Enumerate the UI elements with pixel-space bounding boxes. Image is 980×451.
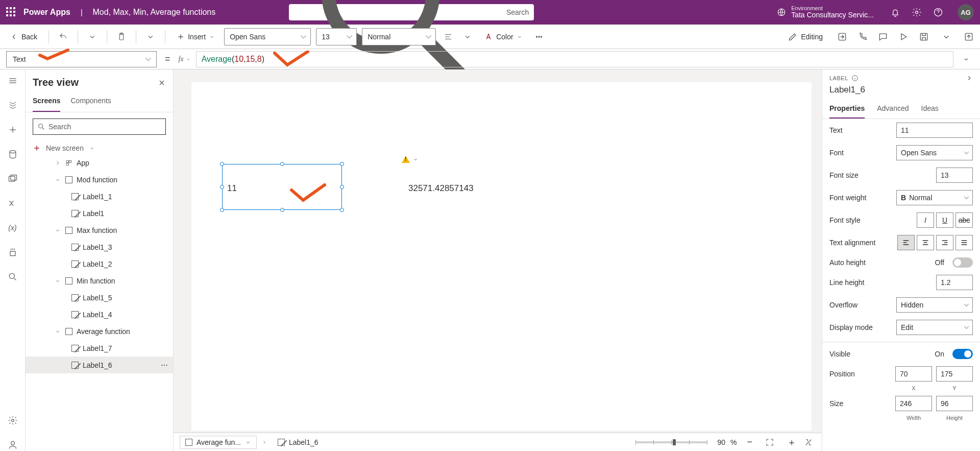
formula-expand[interactable] [959,56,974,63]
more-options[interactable] [532,30,546,44]
align-left-button[interactable] [897,235,915,250]
more-icon[interactable]: ⋯ [161,361,168,369]
tab-components[interactable]: Components [70,91,111,112]
selected-control[interactable] [222,164,342,210]
zoom-slider[interactable] [635,441,707,443]
tab-ideas[interactable]: Ideas [921,100,939,118]
font-size-input[interactable]: 13 [316,28,357,45]
fit-to-window[interactable] [763,435,777,449]
info-icon[interactable] [851,75,859,82]
prop-font-select[interactable]: Open Sans [896,145,973,160]
prop-lineheight-input[interactable]: 1.2 [936,275,973,290]
tree-node-label[interactable]: Label1_1 [26,188,173,205]
resize-handle[interactable] [340,162,344,166]
prop-x-input[interactable]: 70 [895,366,932,382]
property-select[interactable]: Text [6,51,157,67]
strike-button[interactable]: abc [955,212,973,228]
prop-overflow-select[interactable]: Hidden [896,297,973,313]
breadcrumb-screen[interactable]: Average fun... [180,436,257,449]
rail-insert[interactable] [7,124,19,136]
tab-properties[interactable]: Properties [829,100,865,118]
prop-fontsize-input[interactable]: 13 [936,168,973,183]
control-warning[interactable] [402,156,419,163]
publish-icon[interactable] [964,32,974,42]
search-input[interactable]: Search [289,4,534,20]
tree-node-label[interactable]: Label1_5 [26,289,173,306]
resize-handle[interactable] [280,162,284,166]
back-button[interactable]: Back [6,31,41,43]
prop-visible-toggle[interactable] [952,349,973,359]
tree-node-avg[interactable]: Average function [26,323,173,340]
tree-node-label[interactable]: Label1_7 [26,340,173,357]
zoom-in[interactable]: ＋ [787,436,796,448]
rail-media[interactable] [7,173,19,185]
font-family-select[interactable]: Open Sans [224,28,311,45]
tree-node-label[interactable]: Label1_3 [26,239,173,255]
save-dropdown[interactable] [939,30,953,44]
save-icon[interactable] [919,32,929,42]
tree-node-label[interactable]: Label1_2 [26,255,173,272]
resize-handle[interactable] [220,185,224,189]
app-launcher-icon[interactable] [6,7,16,17]
canvas-label-1[interactable]: 11 [227,183,237,194]
call-icon[interactable] [857,32,868,42]
rail-flows[interactable] [7,197,19,209]
breadcrumb-control[interactable]: Label1_6 [272,436,324,449]
tab-advanced[interactable]: Advanced [877,100,909,118]
rail-search[interactable] [7,271,19,283]
resize-handle[interactable] [340,208,344,212]
rail-ask[interactable] [7,439,19,451]
tree-node-app[interactable]: App [26,154,173,171]
resize-handle[interactable] [220,208,224,212]
rail-hamburger[interactable] [7,75,19,87]
prop-displaymode-select[interactable]: Edit [896,320,973,335]
zoom-out[interactable]: − [747,437,752,447]
rail-settings[interactable] [7,414,19,426]
underline-button[interactable]: U [936,212,953,228]
fx-button[interactable]: fx [179,55,191,63]
font-weight-select[interactable]: Normal [362,28,436,45]
canvas[interactable]: 11 32571.42857143 Average fun... Label1_… [174,69,822,451]
align-button[interactable] [441,30,455,44]
prop-autoheight-toggle[interactable] [952,257,973,268]
canvas-page[interactable]: 11 32571.42857143 [191,82,812,431]
resize-handle[interactable] [280,208,284,212]
tree-search[interactable]: Search [33,118,166,135]
tab-screens[interactable]: Screens [33,91,60,112]
align-dropdown[interactable] [460,30,475,44]
comment-icon[interactable] [878,32,888,42]
tree-node-max[interactable]: Max function [26,222,173,239]
formula-input[interactable]: Average(10, 15, 8) [196,51,953,67]
align-center-button[interactable] [917,235,934,250]
new-screen-button[interactable]: New screen [26,141,173,154]
align-justify-button[interactable] [955,235,973,250]
align-right-button[interactable] [936,235,953,250]
help-icon[interactable] [933,7,943,17]
tree-node-mod[interactable]: Mod function [26,171,173,188]
rail-tools[interactable] [7,246,19,258]
prop-height-input[interactable]: 96 [936,396,973,411]
environment-picker[interactable]: Environment Tata Consultancy Servic... [777,5,874,19]
zoom-thumb[interactable] [673,439,676,445]
italic-button[interactable]: I [917,212,934,228]
rail-variables[interactable]: (x) [7,222,19,234]
bell-icon[interactable] [890,7,900,17]
canvas-label-2[interactable]: 32571.42857143 [408,183,474,194]
tree-node-label[interactable]: Label1 [26,205,173,222]
editing-mode[interactable]: Editing [783,30,827,44]
play-icon[interactable] [898,32,909,42]
undo-dropdown[interactable] [85,30,100,44]
prop-width-input[interactable]: 246 [895,396,932,411]
chevron-right-icon[interactable] [966,75,973,82]
gear-icon[interactable] [912,7,922,17]
prop-text-input[interactable]: 11 [896,123,973,138]
insert-button[interactable]: Insert [173,31,219,43]
share-icon[interactable] [837,32,847,42]
prop-y-input[interactable]: 175 [936,366,973,382]
undo-button[interactable] [56,30,70,44]
prop-fontweight-select[interactable]: BNormal [896,190,973,205]
expand-canvas[interactable] [801,435,816,449]
tree-node-label[interactable]: Label1_4 [26,306,173,323]
avatar[interactable]: AG [958,4,974,20]
resize-handle[interactable] [220,162,224,166]
